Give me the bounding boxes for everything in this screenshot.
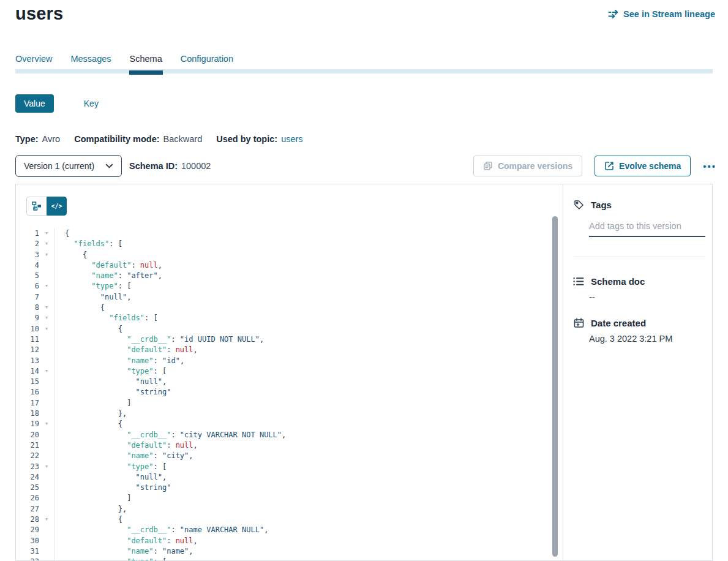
caret-spacer xyxy=(39,409,54,419)
code-line: 19▼ { xyxy=(16,419,549,429)
code-line: 1▼{ xyxy=(16,228,549,239)
code-line: 4 "default": null, xyxy=(16,260,549,271)
caret-spacer xyxy=(39,260,54,271)
tags-input[interactable] xyxy=(589,221,705,231)
line-number: 26 xyxy=(16,493,39,503)
caret-spacer xyxy=(39,472,54,483)
collapse-caret-icon[interactable]: ▼ xyxy=(39,324,54,334)
evolve-schema-label: Evolve schema xyxy=(619,161,681,171)
tag-icon xyxy=(573,200,584,210)
code-line: 7 "null", xyxy=(16,292,549,303)
tab-schema[interactable]: Schema xyxy=(130,54,162,75)
value-tab-button[interactable]: Value xyxy=(15,94,54,113)
code-line: 13 "name": "id", xyxy=(16,356,549,366)
line-number: 11 xyxy=(16,334,39,345)
code-text: "fields": [ xyxy=(54,239,122,249)
code-text: "__crdb__": "city VARCHAR NOT NULL", xyxy=(54,430,286,440)
evolve-schema-button[interactable]: Evolve schema xyxy=(595,156,691,176)
code-text: "null", xyxy=(54,377,167,387)
collapse-caret-icon[interactable]: ▼ xyxy=(39,303,54,313)
line-number: 25 xyxy=(16,483,39,493)
editor-scrollbar[interactable] xyxy=(552,216,558,557)
collapse-caret-icon[interactable]: ▼ xyxy=(39,313,54,323)
code-line: 29 "__crdb__": "name VARCHAR NULL", xyxy=(16,525,549,535)
schema-panel: </> 1▼{2▼ "fields": [3▼ {4 "default": nu… xyxy=(15,184,713,561)
key-tab-button[interactable]: Key xyxy=(84,99,99,108)
code-text: { xyxy=(54,228,69,239)
code-line: 12 "default": null, xyxy=(16,345,549,355)
line-number: 15 xyxy=(16,377,39,387)
compare-versions-button[interactable]: Compare versions xyxy=(473,156,582,176)
code-line: 8▼ { xyxy=(16,303,549,313)
code-line: 24 "null", xyxy=(16,472,549,483)
collapse-caret-icon[interactable]: ▼ xyxy=(39,250,54,260)
code-line: 27 }, xyxy=(16,504,549,514)
caret-spacer xyxy=(39,356,54,366)
code-line: 21 "default": null, xyxy=(16,440,549,451)
tab-track xyxy=(15,69,713,73)
code-line: 17 ] xyxy=(16,398,549,409)
caret-spacer xyxy=(39,398,54,409)
caret-spacer xyxy=(39,525,54,535)
code-view-button[interactable]: </> xyxy=(47,197,67,216)
code-line: 32▼ "type": [ xyxy=(16,557,549,560)
collapse-caret-icon[interactable]: ▼ xyxy=(39,462,54,472)
caret-spacer xyxy=(39,430,54,440)
code-line: 3▼ { xyxy=(16,250,549,260)
code-lines: 1▼{2▼ "fields": [3▼ {4 "default": null,5… xyxy=(16,228,549,560)
line-number: 32 xyxy=(16,557,39,560)
caret-spacer xyxy=(39,504,54,514)
collapse-caret-icon[interactable]: ▼ xyxy=(39,419,54,429)
code-text: { xyxy=(54,303,105,313)
line-number: 1 xyxy=(16,228,39,239)
tags-title: Tags xyxy=(591,200,612,210)
collapse-caret-icon[interactable]: ▼ xyxy=(39,366,54,377)
code-line: 14▼ "type": [ xyxy=(16,366,549,377)
version-bar: Version 1 (current) Schema ID: 100002 Co… xyxy=(15,155,716,177)
code-line: 18 }, xyxy=(16,409,549,419)
line-number: 14 xyxy=(16,366,39,377)
date-created-section-header: Date created xyxy=(573,318,646,328)
version-dropdown[interactable]: Version 1 (current) xyxy=(15,155,122,177)
line-number: 23 xyxy=(16,462,39,472)
code-text: ] xyxy=(54,398,131,409)
caret-spacer xyxy=(39,536,54,546)
used-by-topic-label: Used by topic: xyxy=(216,134,277,144)
collapse-caret-icon[interactable]: ▼ xyxy=(39,557,54,560)
line-number: 12 xyxy=(16,345,39,355)
collapse-caret-icon[interactable]: ▼ xyxy=(39,514,54,525)
code-view-icon: </> xyxy=(51,203,62,209)
line-number: 19 xyxy=(16,419,39,429)
line-number: 4 xyxy=(16,260,39,271)
tags-input-underline xyxy=(589,236,705,237)
collapse-caret-icon[interactable]: ▼ xyxy=(39,228,54,239)
tree-view-button[interactable] xyxy=(26,197,47,216)
code-text: }, xyxy=(54,504,127,514)
code-text: }, xyxy=(54,409,127,419)
line-number: 5 xyxy=(16,271,39,281)
type-label: Type: xyxy=(15,134,39,144)
schema-meta-row: Type: Avro Compatibility mode: Backward … xyxy=(15,134,303,144)
date-created-value: Aug. 3 2022 3:21 PM xyxy=(589,334,672,344)
line-number: 24 xyxy=(16,472,39,483)
code-text: "type": [ xyxy=(54,366,167,377)
version-dropdown-value: Version 1 (current) xyxy=(24,161,94,171)
code-text: "null", xyxy=(54,472,167,483)
collapse-caret-icon[interactable]: ▼ xyxy=(39,281,54,292)
topic-link[interactable]: users xyxy=(281,134,302,144)
line-number: 30 xyxy=(16,536,39,546)
line-number: 17 xyxy=(16,398,39,409)
collapse-caret-icon[interactable]: ▼ xyxy=(39,239,54,249)
compare-versions-label: Compare versions xyxy=(498,161,572,171)
date-created-title: Date created xyxy=(591,318,646,328)
code-text: "name": "id", xyxy=(54,356,184,366)
code-text: "null", xyxy=(54,292,131,303)
stream-lineage-link[interactable]: See in Stream lineage xyxy=(608,9,715,19)
schema-doc-section-header: Schema doc xyxy=(573,276,645,287)
code-text: "name": "after", xyxy=(54,271,162,281)
code-line: 31 "name": "name", xyxy=(16,546,549,557)
code-line: 6▼ "type": [ xyxy=(16,281,549,292)
code-line: 15 "null", xyxy=(16,377,549,387)
more-options-button[interactable]: ••• xyxy=(703,161,716,171)
code-text: "name": "name", xyxy=(54,546,193,557)
